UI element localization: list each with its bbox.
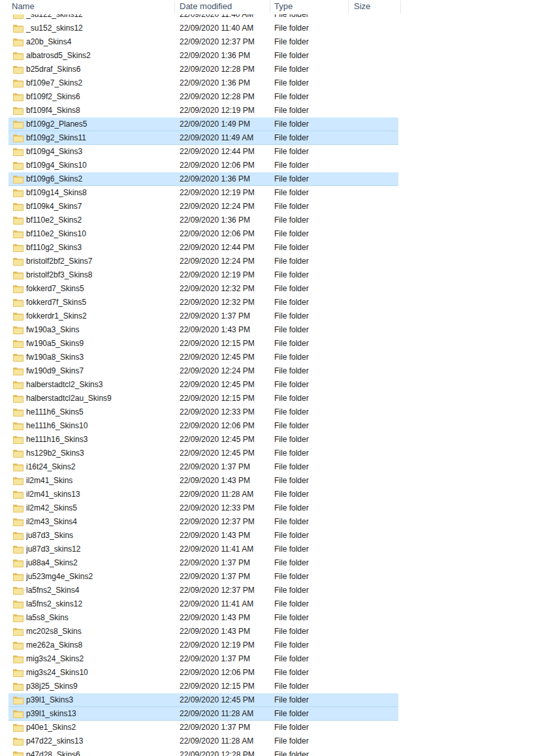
file-name: p47d28_Skins6	[26, 748, 175, 756]
table-row[interactable]: bf109f4_Skins8 22/09/2020 12:19 PM File …	[8, 104, 398, 118]
table-row[interactable]: la5fns2_Skins4 22/09/2020 12:37 PM File …	[8, 584, 398, 597]
table-row[interactable]: halberstadtcl2au_Skins9 22/09/2020 12:15…	[8, 392, 398, 405]
table-row[interactable]: bf109g4_Skins10 22/09/2020 12:06 PM File…	[8, 159, 398, 172]
column-header-date-modified[interactable]: Date modified	[180, 0, 264, 14]
table-row[interactable]: p47d28_Skins6 22/09/2020 12:28 PM File f…	[8, 748, 398, 756]
column-divider[interactable]	[174, 1, 175, 14]
table-row[interactable]: il2m41_Skins 22/09/2020 1:43 PM File fol…	[8, 474, 398, 488]
file-name: bf109g2_Skins11	[26, 131, 175, 145]
file-name: halberstadtcl2_Skins3	[26, 378, 175, 392]
table-row[interactable]: fw190a3_Skins 22/09/2020 1:43 PM File fo…	[8, 323, 398, 337]
file-name: i16t24_Skins2	[26, 460, 175, 474]
column-divider[interactable]	[270, 1, 270, 14]
table-row[interactable]: bristolf2bf2_Skins7 22/09/2020 12:24 PM …	[8, 255, 398, 268]
file-name: fw190a8_Skins3	[26, 351, 175, 364]
table-row[interactable]: bf109g6_Skins2 22/09/2020 1:36 PM File f…	[8, 172, 398, 186]
date-modified: 22/09/2020 12:19 PM	[180, 268, 268, 282]
table-row[interactable]: ju88a4_Skins2 22/09/2020 1:37 PM File fo…	[8, 556, 398, 570]
table-row[interactable]: i16t24_Skins2 22/09/2020 1:37 PM File fo…	[8, 460, 398, 474]
table-row[interactable]: fw190a5_Skins9 22/09/2020 12:15 PM File …	[8, 337, 398, 351]
table-row[interactable]: _su152_skins12 22/09/2020 11:40 AM File …	[8, 22, 398, 35]
folder-icon	[13, 79, 24, 87]
table-row[interactable]: ju87d3_skins12 22/09/2020 11:41 AM File …	[8, 543, 398, 556]
column-header-type[interactable]: Type	[274, 0, 343, 14]
column-header-name[interactable]: Name	[12, 0, 168, 14]
table-row[interactable]: bf109g2_Planes5 22/09/2020 1:49 PM File …	[8, 118, 398, 131]
table-row[interactable]: p39l1_Skins3 22/09/2020 12:45 PM File fo…	[8, 693, 398, 707]
table-row[interactable]: p39l1_skins13 22/09/2020 11:28 AM File f…	[8, 707, 398, 721]
file-type: File folder	[274, 241, 346, 255]
table-row[interactable]: fokkerd7_Skins5 22/09/2020 12:32 PM File…	[8, 282, 398, 296]
table-row[interactable]: hs129b2_Skins3 22/09/2020 12:45 PM File …	[8, 447, 398, 460]
date-modified: 22/09/2020 1:49 PM	[180, 118, 268, 131]
table-row[interactable]: bf109e7_Skins2 22/09/2020 1:36 PM File f…	[8, 76, 398, 90]
folder-icon	[13, 161, 24, 170]
folder-icon	[13, 435, 24, 444]
date-modified: 22/09/2020 12:15 PM	[180, 680, 268, 693]
table-row[interactable]: he111h6_Skins10 22/09/2020 12:06 PM File…	[8, 419, 398, 433]
file-name: p39l1_Skins3	[26, 693, 175, 707]
column-divider[interactable]	[348, 1, 349, 14]
folder-icon	[13, 600, 24, 608]
file-name: la5s8_Skins	[26, 611, 175, 625]
date-modified: 22/09/2020 12:37 PM	[180, 515, 268, 529]
table-row[interactable]: la5fns2_skins12 22/09/2020 11:41 AM File…	[8, 597, 398, 611]
table-row[interactable]: p47d22_skins13 22/09/2020 11:28 AM File …	[8, 734, 398, 748]
table-row[interactable]: il2m43_Skins4 22/09/2020 12:37 PM File f…	[8, 515, 398, 529]
date-modified: 22/09/2020 12:37 PM	[180, 35, 268, 49]
table-row[interactable]: bf109k4_Skins7 22/09/2020 12:24 PM File …	[8, 200, 398, 213]
table-row[interactable]: mig3s24_Skins10 22/09/2020 12:06 PM File…	[8, 666, 398, 680]
file-name: bf109g14_Skins8	[26, 186, 175, 200]
table-row[interactable]: he111h6_Skins5 22/09/2020 12:33 PM File …	[8, 405, 398, 419]
table-row[interactable]: bf109g4_Skins3 22/09/2020 12:44 PM File …	[8, 145, 398, 159]
table-row[interactable]: albatrosd5_Skins2 22/09/2020 1:36 PM Fil…	[8, 49, 398, 63]
table-row[interactable]: a20b_Skins4 22/09/2020 12:37 PM File fol…	[8, 35, 398, 49]
folder-icon	[13, 189, 24, 197]
date-modified: 22/09/2020 11:28 AM	[180, 488, 268, 501]
table-row[interactable]: fokkerdr1_Skins2 22/09/2020 1:37 PM File…	[8, 309, 398, 323]
table-row[interactable]: b25draf_Skins6 22/09/2020 12:28 PM File …	[8, 63, 398, 76]
folder-icon	[13, 65, 24, 74]
file-name: hs129b2_Skins3	[26, 447, 175, 460]
file-type: File folder	[274, 488, 346, 501]
table-row[interactable]: il2m42_Skins5 22/09/2020 12:33 PM File f…	[8, 501, 398, 515]
table-row[interactable]: me262a_Skins8 22/09/2020 12:19 PM File f…	[8, 638, 398, 652]
folder-icon	[13, 381, 24, 389]
file-name: il2m43_Skins4	[26, 515, 175, 529]
table-row[interactable]: bristolf2bf3_Skins8 22/09/2020 12:19 PM …	[8, 268, 398, 282]
date-modified: 22/09/2020 1:36 PM	[180, 213, 268, 227]
table-row[interactable]: fokkerd7f_Skins5 22/09/2020 12:32 PM Fil…	[8, 296, 398, 309]
table-row[interactable]: il2m41_skins13 22/09/2020 11:28 AM File …	[8, 488, 398, 501]
date-modified: 22/09/2020 1:37 PM	[180, 556, 268, 570]
file-name: il2m42_Skins5	[26, 501, 175, 515]
date-modified: 22/09/2020 11:49 AM	[180, 131, 268, 145]
date-modified: 22/09/2020 12:44 PM	[180, 241, 268, 255]
table-row[interactable]: p38j25_Skins9 22/09/2020 12:15 PM File f…	[8, 680, 398, 693]
file-type: File folder	[274, 186, 346, 200]
table-row[interactable]: fw190a8_Skins3 22/09/2020 12:45 PM File …	[8, 351, 398, 364]
table-row[interactable]: bf109g2_Skins11 22/09/2020 11:49 AM File…	[8, 131, 398, 145]
file-type: File folder	[274, 721, 346, 734]
table-row[interactable]: bf109g14_Skins8 22/09/2020 12:19 PM File…	[8, 186, 398, 200]
table-row[interactable]: fw190d9_Skins7 22/09/2020 12:24 PM File …	[8, 364, 398, 378]
table-row[interactable]: mig3s24_Skins2 22/09/2020 1:37 PM File f…	[8, 652, 398, 666]
table-row[interactable]: halberstadtcl2_Skins3 22/09/2020 12:45 P…	[8, 378, 398, 392]
table-row[interactable]: ju523mg4e_Skins2 22/09/2020 1:37 PM File…	[8, 570, 398, 584]
column-header-size[interactable]: Size	[354, 0, 396, 14]
date-modified: 22/09/2020 12:33 PM	[180, 405, 268, 419]
table-row[interactable]: la5s8_Skins 22/09/2020 1:43 PM File fold…	[8, 611, 398, 625]
file-name: il2m41_Skins	[26, 474, 175, 488]
table-row[interactable]: bf110g2_Skins3 22/09/2020 12:44 PM File …	[8, 241, 398, 255]
table-row[interactable]: p40e1_Skins2 22/09/2020 1:37 PM File fol…	[8, 721, 398, 734]
date-modified: 22/09/2020 1:36 PM	[180, 76, 268, 90]
table-row[interactable]: he111h16_Skins3 22/09/2020 12:45 PM File…	[8, 433, 398, 447]
table-row[interactable]: mc202s8_Skins 22/09/2020 1:43 PM File fo…	[8, 625, 398, 638]
table-row[interactable]: bf110e2_Skins10 22/09/2020 12:06 PM File…	[8, 227, 398, 241]
file-name: bf109e7_Skins2	[26, 76, 175, 90]
file-type: File folder	[274, 296, 346, 309]
table-row[interactable]: bf109f2_Skins6 22/09/2020 12:28 PM File …	[8, 90, 398, 104]
table-row[interactable]: bf110e2_Skins2 22/09/2020 1:36 PM File f…	[8, 213, 398, 227]
table-row[interactable]: ju87d3_Skins 22/09/2020 1:43 PM File fol…	[8, 529, 398, 543]
column-divider[interactable]	[400, 1, 401, 14]
date-modified: 22/09/2020 12:45 PM	[180, 378, 268, 392]
